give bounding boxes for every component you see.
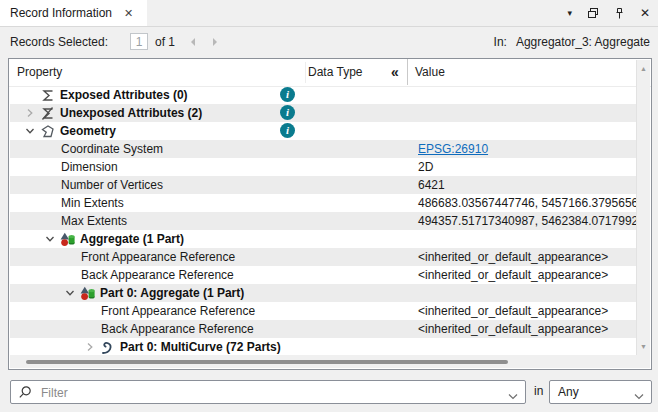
table-header: Property Data Type « Value (9, 59, 651, 87)
info-icon[interactable]: i (280, 105, 295, 120)
titlebar-actions: ▾ ✕ (567, 0, 650, 26)
filter-combobox[interactable] (10, 380, 526, 404)
property-label: Unexposed Attributes (2) (60, 104, 202, 122)
tree-row[interactable]: Back Appearance Reference<inherited_or_d… (10, 266, 639, 284)
filter-scope-value: Any (558, 385, 579, 399)
tree-row[interactable]: Coordinate SystemEPSG:26910 (10, 140, 639, 158)
property-label: Part 0: MultiCurve (72 Parts) (120, 338, 281, 356)
tree-row[interactable]: Exposed Attributes (0)i (10, 86, 639, 104)
property-label: Coordinate System (61, 140, 163, 158)
info-icon[interactable]: i (280, 87, 295, 102)
aggregate-icon (58, 232, 77, 247)
value-cell: 494357.51717340987, 5462384.071799235 (408, 212, 639, 230)
filter-input[interactable] (39, 382, 503, 404)
expander-open-icon[interactable] (62, 288, 78, 298)
tab-title: Record Information (10, 6, 112, 20)
tree-row[interactable]: Front Appearance Reference<inherited_or_… (10, 248, 639, 266)
tree-row[interactable]: Dimension2D (10, 158, 639, 176)
column-header-value[interactable]: Value (415, 59, 445, 85)
sigma-icon (38, 88, 57, 103)
property-label: Aggregate (1 Part) (80, 230, 184, 248)
filter-in-label: in (534, 384, 543, 398)
scroll-down-icon[interactable]: ▼ (637, 340, 650, 353)
property-label: Back Appearance Reference (81, 266, 234, 284)
property-label: Exposed Attributes (0) (60, 86, 188, 104)
property-label: Part 0: Aggregate (1 Part) (100, 284, 244, 302)
aggregate-icon (78, 286, 97, 301)
records-selected-label: Records Selected: (10, 35, 108, 49)
pin-panel-icon[interactable] (614, 7, 625, 20)
property-label: Back Appearance Reference (101, 320, 254, 338)
value-cell: <inherited_or_default_appearance> (408, 302, 639, 320)
filter-bar: in Any (0, 378, 658, 406)
value-cell: 486683.03567447746, 5457166.3795656 (408, 194, 639, 212)
multicurve-icon (98, 340, 117, 355)
info-icon[interactable]: i (280, 123, 295, 138)
tree-row[interactable]: Number of Vertices6421 (10, 176, 639, 194)
value-cell (408, 122, 639, 140)
expander-open-icon[interactable] (22, 126, 38, 136)
float-window-icon[interactable] (587, 7, 599, 19)
value-cell (408, 284, 639, 302)
panel-close-icon[interactable]: ✕ (640, 6, 650, 20)
value-cell (408, 230, 639, 248)
record-information-panel: Record Information ✕ ▾ ✕ Records Selecte… (0, 0, 658, 412)
expander-closed-icon[interactable] (82, 342, 98, 352)
tree-row[interactable]: Part 0: MultiCurve (72 Parts) (10, 338, 639, 356)
vertical-scrollbar[interactable]: ▲ ▼ (636, 60, 650, 355)
column-separator (407, 59, 408, 85)
tree-row[interactable]: Back Appearance Reference<inherited_or_d… (10, 320, 639, 338)
tab-close-icon[interactable]: ✕ (124, 7, 133, 20)
column-header-property[interactable]: Property (17, 59, 62, 85)
value-cell: 6421 (408, 176, 639, 194)
expander-open-icon[interactable] (42, 234, 58, 244)
value-cell (408, 104, 639, 122)
tree-row[interactable]: Front Appearance Reference<inherited_or_… (10, 302, 639, 320)
search-icon (18, 385, 33, 403)
value-cell: 2D (408, 158, 639, 176)
property-label: Front Appearance Reference (101, 302, 255, 320)
scroll-up-icon[interactable]: ▲ (637, 62, 650, 75)
geometry-icon (38, 124, 57, 139)
filter-dropdown-chevron-icon[interactable] (508, 389, 518, 403)
previous-record-button[interactable] (188, 36, 200, 48)
value-cell: <inherited_or_default_appearance> (408, 248, 639, 266)
property-label: Min Extents (61, 194, 124, 212)
next-record-button[interactable] (210, 36, 222, 48)
property-label: Number of Vertices (61, 176, 163, 194)
sigma-slash-icon (38, 106, 57, 121)
property-label: Max Extents (61, 212, 127, 230)
tree-row[interactable]: Geometryi (10, 122, 639, 140)
horizontal-scrollbar[interactable] (10, 355, 637, 368)
tree-row[interactable]: Part 0: Aggregate (1 Part) (10, 284, 639, 302)
value-cell (408, 86, 639, 104)
scrollbar-corner (637, 355, 650, 368)
column-separator (305, 62, 306, 83)
expander-closed-icon[interactable] (22, 108, 38, 118)
property-label: Geometry (60, 122, 116, 140)
property-table: Property Data Type « Value Exposed Attri… (8, 58, 652, 370)
tab-bar: Record Information ✕ ▾ ✕ (0, 0, 658, 27)
tree-row[interactable]: Min Extents486683.03567447746, 5457166.3… (10, 194, 639, 212)
value-cell (408, 338, 639, 356)
horizontal-scrollbar-thumb[interactable] (26, 360, 508, 364)
panel-menu-caret-icon[interactable]: ▾ (567, 8, 572, 18)
in-label: In: (494, 35, 507, 49)
column-header-data-type[interactable]: Data Type (308, 59, 362, 85)
property-label: Dimension (61, 158, 118, 176)
tree-row[interactable]: Max Extents494357.51717340987, 5462384.0… (10, 212, 639, 230)
value-cell: <inherited_or_default_appearance> (408, 266, 639, 284)
property-label: Front Appearance Reference (81, 248, 235, 266)
records-total-label: of 1 (155, 35, 175, 49)
context-feature-label: Aggregator_3: Aggregate (516, 35, 650, 49)
collapse-columns-button[interactable]: « (384, 59, 406, 85)
scope-dropdown-chevron-icon[interactable] (634, 389, 644, 403)
value-cell: <inherited_or_default_appearance> (408, 320, 639, 338)
tab-record-information[interactable]: Record Information ✕ (0, 0, 147, 26)
filter-scope-dropdown[interactable]: Any (549, 380, 652, 404)
coordinate-system-link[interactable]: EPSG:26910 (408, 140, 639, 158)
tree-row[interactable]: Unexposed Attributes (2)i (10, 104, 639, 122)
record-toolbar: Records Selected: 1 of 1 In: Aggregator_… (0, 27, 658, 58)
tree-row[interactable]: Aggregate (1 Part) (10, 230, 639, 248)
record-number-input[interactable]: 1 (130, 33, 148, 50)
